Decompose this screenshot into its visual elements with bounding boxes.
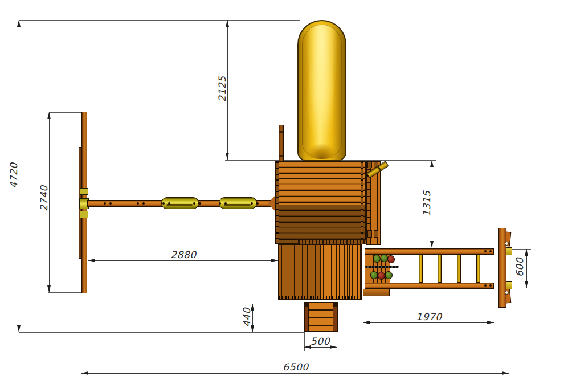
beam-bolt (256, 202, 259, 205)
roof-support-post (279, 125, 284, 161)
beam-bolt (193, 202, 195, 205)
dimension-line-ladder-span (363, 322, 494, 323)
beam-bolt (137, 202, 139, 205)
roof-planks-upper (276, 162, 365, 205)
dim-label-platform-to-ladder: 1315 (421, 181, 432, 226)
ladder-rung (438, 255, 442, 283)
extension-line-top (19, 20, 300, 21)
end-bolt (505, 242, 509, 246)
dim-label-slide-clearance: 2125 (216, 66, 228, 112)
climbing-hold-red (378, 272, 385, 280)
rail-bolt (489, 284, 492, 287)
beam-bolt (251, 202, 253, 205)
rail-bolt (489, 250, 492, 252)
steps-stringer-left (305, 303, 309, 331)
roof-screw-row-left (276, 162, 279, 243)
end-bolt (505, 291, 509, 295)
beam-bolt (168, 202, 170, 205)
arrow (226, 153, 229, 160)
arrow (487, 321, 494, 324)
ladder-rung (419, 255, 423, 283)
arrow (430, 241, 434, 248)
arrow (17, 20, 21, 27)
periscope-band (377, 166, 381, 171)
steps (304, 302, 338, 332)
dimension-line-swing-span (88, 260, 278, 261)
arrow (81, 371, 88, 375)
ladder-rung (476, 255, 480, 283)
arrow (430, 160, 434, 167)
dim-label-steps-width: 500 (297, 336, 343, 347)
dim-label-ladder-width: 600 (514, 244, 525, 290)
steps-post (305, 303, 309, 307)
deck-planks-right (321, 245, 361, 299)
deck-screw-row (279, 296, 361, 299)
playground-top-view-drawing: 4720 2740 2125 1315 600 2880 440 500 197… (0, 0, 564, 392)
extension-line-swing-bottom (48, 292, 81, 293)
post-band (279, 155, 283, 157)
arrow (17, 325, 21, 332)
rail-bolt (484, 284, 487, 287)
end-post (498, 228, 506, 308)
arrow (226, 20, 229, 27)
steps-stringer-right (333, 303, 337, 331)
extension-line-swing-top (49, 112, 85, 113)
tube-slide-highlight (302, 24, 342, 156)
platform-roof (275, 161, 366, 244)
swing-hanger-slot (224, 204, 251, 206)
deck (278, 244, 362, 300)
climbing-hold-red (387, 255, 395, 263)
arrow (47, 285, 51, 292)
extension-line-right-end (510, 296, 510, 376)
beam-bolt (142, 202, 145, 205)
arrow (47, 112, 51, 119)
roof-screw-row-right (361, 162, 363, 243)
climbing-wall-base (363, 289, 390, 296)
dim-label-swing-depth: 2740 (38, 175, 50, 221)
dim-label-overall-width: 6500 (273, 361, 318, 373)
extension-line-left-post (80, 268, 80, 376)
dim-label-overall-depth: 4720 (8, 153, 19, 198)
climbing-hold-green (370, 271, 378, 279)
beam-gusset (268, 195, 276, 212)
swing-post-bracket-bottom (80, 211, 88, 218)
extension-line-ladder-end (494, 289, 494, 326)
dim-label-steps-depth: 440 (241, 295, 252, 340)
beam-bolt (104, 202, 106, 205)
climbing-bar (365, 266, 399, 268)
wall-post-cap (367, 230, 372, 238)
arrow (502, 371, 509, 375)
climbing-hold-green (385, 271, 393, 279)
wall-post-cap (374, 230, 378, 238)
arrow (88, 259, 95, 262)
steps-post (333, 303, 337, 307)
swing-hanger-slot (166, 204, 193, 206)
post-band (279, 131, 283, 133)
tube-slide (297, 20, 346, 161)
beam-bolt (162, 202, 165, 205)
beam-bolt (109, 202, 112, 205)
ladder-rail-bottom (365, 283, 494, 289)
roof-planks-lower (276, 205, 365, 243)
wall-post-cap (367, 162, 372, 168)
swing-post-bracket-top (80, 188, 88, 195)
climbing-hold-green (373, 255, 381, 263)
dim-label-ladder-span: 1970 (406, 311, 452, 322)
extension-line-steps-top (251, 304, 305, 304)
beam-bolt (224, 202, 227, 205)
beam-bolt (199, 202, 201, 205)
ladder-rung (457, 255, 461, 283)
ladder-rail-top (365, 248, 494, 255)
tube-slide-opening (304, 144, 340, 159)
rail-bolt (484, 250, 487, 252)
arrow (271, 259, 278, 262)
deck-planks-left (279, 245, 321, 299)
arrow (363, 321, 370, 324)
dim-label-swing-span: 2880 (161, 249, 206, 260)
dimension-line-overall-width (81, 373, 509, 374)
beam-bolt (219, 202, 221, 205)
extension-line-bottom (19, 332, 305, 333)
